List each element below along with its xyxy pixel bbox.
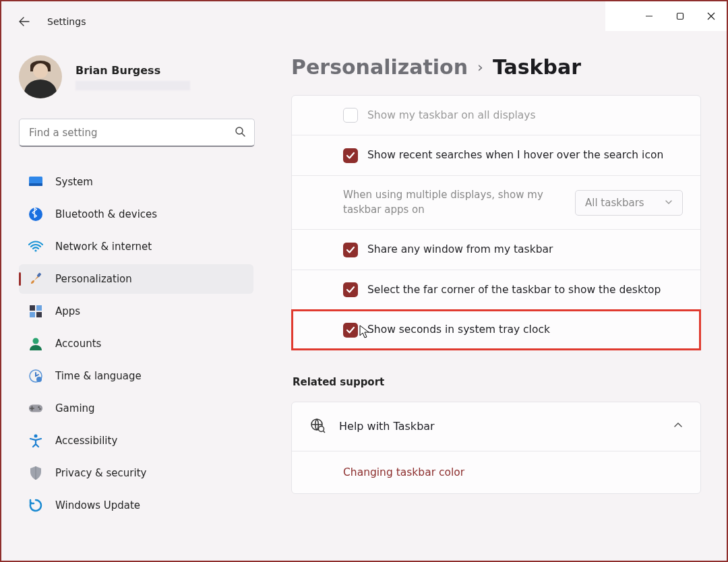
svg-rect-14 bbox=[36, 312, 42, 317]
nav-item-brush[interactable]: Personalization bbox=[19, 264, 253, 294]
nav-item-bluetooth[interactable]: Bluetooth & devices bbox=[19, 199, 253, 229]
svg-point-20 bbox=[39, 408, 40, 410]
minimize-button[interactable] bbox=[634, 3, 665, 29]
arrow-left-icon bbox=[18, 15, 30, 28]
help-with-taskbar-expander[interactable]: Help with Taskbar bbox=[292, 402, 700, 451]
maximize-icon bbox=[676, 12, 684, 20]
bluetooth-icon bbox=[28, 207, 43, 222]
svg-point-17 bbox=[36, 377, 42, 382]
setting-row-far-corner: Select the far corner of the taskbar to … bbox=[292, 270, 700, 310]
setting-sublabel: When using multiple displays, show my ta… bbox=[343, 188, 559, 218]
nav-label: Windows Update bbox=[55, 499, 140, 511]
settings-card: Show my taskbar on all displaysShow rece… bbox=[291, 95, 701, 350]
setting-label: Show seconds in system tray clock bbox=[367, 322, 550, 337]
svg-point-8 bbox=[29, 208, 42, 221]
nav-label: Network & internet bbox=[55, 241, 152, 253]
wifi-icon bbox=[28, 239, 43, 254]
nav-item-accessibility[interactable]: Accessibility bbox=[19, 426, 253, 456]
svg-rect-7 bbox=[29, 183, 42, 186]
changing-taskbar-color-link[interactable]: Changing taskbar color bbox=[292, 451, 700, 493]
setting-row-show-all-displays: Show my taskbar on all displays bbox=[292, 96, 700, 135]
svg-point-23 bbox=[319, 426, 324, 431]
profile-name: Brian Burgess bbox=[75, 64, 190, 77]
setting-row-recent-searches: Show recent searches when I hover over t… bbox=[292, 135, 700, 175]
nav-label: Accounts bbox=[55, 338, 101, 350]
checkbox-far-corner[interactable] bbox=[343, 282, 358, 297]
display-select: All taskbars bbox=[575, 190, 683, 216]
svg-point-19 bbox=[38, 406, 39, 408]
chevron-right-icon: › bbox=[477, 59, 483, 75]
svg-line-5 bbox=[242, 133, 245, 136]
svg-rect-1 bbox=[677, 13, 684, 20]
svg-line-24 bbox=[324, 431, 326, 433]
svg-point-21 bbox=[34, 435, 38, 438]
setting-row-share-window: Share any window from my taskbar bbox=[292, 230, 700, 270]
nav-label: Gaming bbox=[55, 402, 95, 414]
globe-help-icon bbox=[309, 417, 326, 436]
help-title: Help with Taskbar bbox=[339, 420, 435, 433]
avatar bbox=[19, 55, 62, 98]
brush-icon bbox=[28, 272, 43, 286]
sidebar: Brian Burgess SystemBluetooth & devicesN… bbox=[1, 49, 264, 561]
close-button[interactable] bbox=[696, 3, 727, 29]
window-controls bbox=[605, 1, 727, 31]
clock-icon bbox=[28, 369, 43, 383]
nav-item-clock[interactable]: Time & language bbox=[19, 361, 253, 391]
svg-point-9 bbox=[34, 249, 36, 251]
setting-row-show-seconds: Show seconds in system tray clock bbox=[292, 310, 700, 349]
chevron-up-icon bbox=[673, 420, 683, 433]
checkbox-show-all-displays bbox=[343, 108, 358, 123]
nav-label: Accessibility bbox=[55, 435, 117, 447]
profile-email-redacted bbox=[75, 81, 190, 90]
breadcrumb-level2: Taskbar bbox=[493, 55, 581, 79]
svg-point-15 bbox=[33, 338, 39, 344]
setting-label: Show my taskbar on all displays bbox=[367, 108, 536, 123]
nav-label: System bbox=[55, 176, 93, 188]
profile-block[interactable]: Brian Burgess bbox=[19, 55, 253, 98]
maximize-button[interactable] bbox=[665, 3, 696, 29]
setting-label: Share any window from my taskbar bbox=[367, 242, 553, 257]
checkbox-share-window[interactable] bbox=[343, 243, 358, 257]
related-support-title: Related support bbox=[293, 376, 701, 388]
breadcrumb-level1[interactable]: Personalization bbox=[291, 55, 468, 79]
nav-item-wifi[interactable]: Network & internet bbox=[19, 232, 253, 261]
gaming-icon bbox=[28, 401, 43, 416]
breadcrumb: Personalization › Taskbar bbox=[291, 55, 701, 79]
shield-icon bbox=[28, 466, 43, 480]
setting-label: Show recent searches when I hover over t… bbox=[367, 148, 663, 162]
nav-label: Time & language bbox=[55, 370, 142, 382]
checkbox-show-seconds[interactable] bbox=[343, 323, 358, 338]
nav-item-system[interactable]: System bbox=[19, 167, 253, 197]
close-icon bbox=[707, 12, 715, 20]
nav-item-gaming[interactable]: Gaming bbox=[19, 394, 253, 423]
titlebar: Settings bbox=[1, 1, 605, 42]
nav-item-update[interactable]: Windows Update bbox=[19, 491, 253, 520]
svg-rect-11 bbox=[30, 305, 35, 311]
search-wrap bbox=[19, 119, 255, 147]
nav-label: Apps bbox=[55, 305, 80, 317]
nav-label: Personalization bbox=[55, 273, 132, 285]
chevron-down-icon bbox=[665, 197, 673, 209]
checkbox-recent-searches[interactable] bbox=[343, 148, 358, 163]
search-input[interactable] bbox=[19, 119, 255, 147]
svg-rect-12 bbox=[36, 305, 42, 311]
setting-row-multi-displays: When using multiple displays, show my ta… bbox=[292, 176, 700, 230]
nav-label: Privacy & security bbox=[55, 467, 146, 479]
nav-item-account[interactable]: Accounts bbox=[19, 329, 253, 358]
nav-item-apps[interactable]: Apps bbox=[19, 296, 253, 326]
system-icon bbox=[28, 175, 43, 189]
svg-rect-13 bbox=[30, 312, 35, 317]
nav-item-shield[interactable]: Privacy & security bbox=[19, 458, 253, 488]
main: Personalization › Taskbar Show my taskba… bbox=[264, 49, 727, 561]
setting-label: Select the far corner of the taskbar to … bbox=[367, 282, 661, 297]
svg-point-4 bbox=[236, 127, 243, 134]
update-icon bbox=[28, 498, 43, 513]
minimize-icon bbox=[645, 12, 653, 20]
select-value: All taskbars bbox=[585, 197, 644, 209]
apps-icon bbox=[28, 304, 43, 319]
accessibility-icon bbox=[28, 433, 43, 448]
back-button[interactable] bbox=[18, 15, 31, 28]
nav-label: Bluetooth & devices bbox=[55, 208, 157, 220]
search-icon bbox=[235, 126, 245, 139]
nav: SystemBluetooth & devicesNetwork & inter… bbox=[19, 167, 253, 520]
